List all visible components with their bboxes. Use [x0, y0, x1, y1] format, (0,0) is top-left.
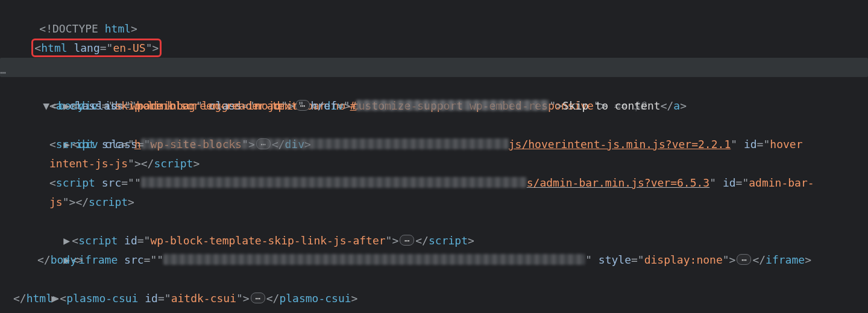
line-script-hoverintent[interactable]: <script src="hjs/hoverintent-js.min.js?v… [0, 135, 868, 154]
line-div-siteblocks[interactable]: ▶<div class="wp-site-blocks"></div> [0, 116, 868, 135]
redacted-region [141, 138, 509, 149]
line-a-skiplink[interactable]: <a class="skip-link screen-reader-text" … [0, 96, 868, 116]
elements-panel: <!DOCTYPE html> <html lang="en-US"> ▶<he… [0, 0, 868, 308]
line-doctype[interactable]: <!DOCTYPE html> [0, 0, 868, 19]
line-body-open[interactable]: ⋯ ▼<body class="home blog logged-in admi… [0, 58, 868, 77]
redacted-region [141, 177, 527, 188]
line-iframe[interactable]: ▶<iframe src=""" style="display:none"></… [0, 231, 868, 250]
line-html-close[interactable]: </html> [0, 289, 868, 308]
line-plasmo[interactable]: ▶<plasmo-csui id="aitdk-csui"></plasmo-c… [0, 270, 868, 289]
line-div-wpadminbar[interactable]: ▶<div id="wpadminbar" class="nojq"></div… [0, 77, 868, 96]
line-body-close[interactable]: </body> [0, 250, 868, 270]
line-script-adminbar-wrap[interactable]: js"></script> [0, 193, 868, 212]
line-script-skiplink[interactable]: ▶<script id="wp-block-template-skip-link… [0, 212, 868, 231]
line-head[interactable]: ▶<head></head> [0, 39, 868, 58]
line-script-adminbar[interactable]: <script src=""s/admin-bar.min.js?ver=6.5… [0, 173, 868, 193]
redacted-region [356, 100, 549, 111]
line-html-open[interactable]: <html lang="en-US"> [0, 19, 868, 39]
line-script-hoverintent-wrap[interactable]: intent-js-js"></script> [0, 154, 868, 173]
